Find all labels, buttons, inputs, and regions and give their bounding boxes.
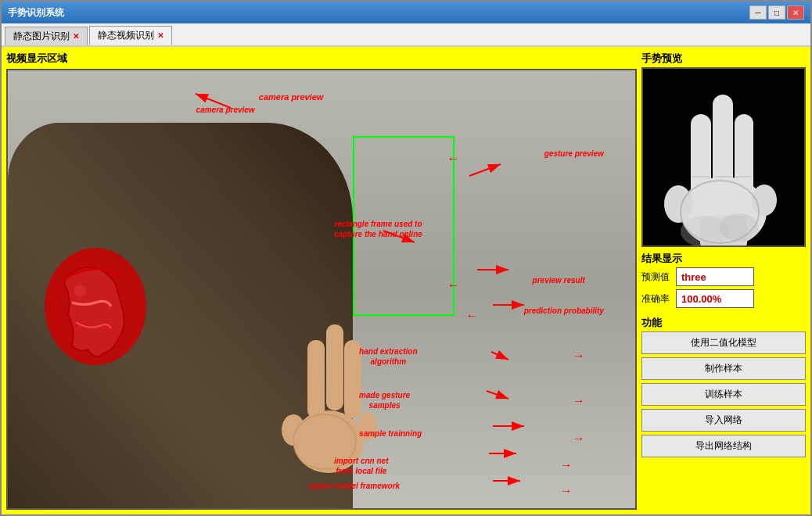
tab-video-close[interactable]: ✕ bbox=[157, 31, 163, 40]
result-section-title: 结果显示 bbox=[641, 252, 806, 266]
svg-rect-6 bbox=[344, 340, 361, 418]
red-face-overlay bbox=[33, 236, 158, 377]
predict-row: 预测值 three bbox=[641, 267, 806, 286]
svg-point-7 bbox=[358, 412, 377, 440]
predict-value: three bbox=[676, 267, 754, 286]
svg-point-33 bbox=[720, 213, 759, 242]
btn-export[interactable]: 导出网络结构 bbox=[641, 435, 806, 457]
btn-train[interactable]: 训练样本 bbox=[641, 383, 806, 406]
tab-video-label: 静态视频识别 bbox=[98, 29, 154, 42]
svg-rect-23 bbox=[691, 114, 711, 200]
main-content: 视频显示区域 bbox=[2, 47, 810, 514]
btn-sample[interactable]: 制作样本 bbox=[641, 357, 806, 380]
gesture-preview-box bbox=[641, 67, 806, 247]
capture-frame bbox=[353, 136, 455, 316]
gesture-preview-section: 手势预览 bbox=[641, 52, 806, 247]
title-bar: 手势识别系统 ─ □ ✕ bbox=[2, 2, 810, 23]
window-controls: ─ □ ✕ bbox=[749, 5, 804, 20]
svg-point-26 bbox=[664, 185, 692, 223]
result-section: 结果显示 预测值 three 准确率 100.00% bbox=[641, 252, 806, 311]
window-title: 手势识别系统 bbox=[8, 6, 64, 20]
accuracy-label: 准确率 bbox=[641, 292, 673, 306]
restore-button[interactable]: □ bbox=[768, 5, 785, 20]
video-container: camera preview bbox=[6, 69, 637, 510]
main-window: 手势识别系统 ─ □ ✕ 静态图片识别 ✕ 静态视频识别 ✕ 视频显示区域 bbox=[0, 0, 812, 516]
btn-binarize[interactable]: 使用二值化模型 bbox=[641, 331, 806, 354]
func-section: 功能 使用二值化模型 制作样本 训练样本 导入网络 导出网络结构 bbox=[641, 316, 806, 460]
tab-image-recognition[interactable]: 静态图片识别 ✕ bbox=[5, 27, 88, 45]
accuracy-row: 准确率 100.00% bbox=[641, 289, 806, 308]
tab-bar: 静态图片识别 ✕ 静态视频识别 ✕ bbox=[2, 23, 810, 47]
video-area-label: 视频显示区域 bbox=[6, 52, 637, 66]
tab-video-recognition[interactable]: 静态视频识别 ✕ bbox=[89, 26, 172, 45]
gesture-preview-title: 手势预览 bbox=[641, 52, 806, 66]
tab-image-close[interactable]: ✕ bbox=[73, 32, 79, 41]
svg-rect-5 bbox=[326, 324, 343, 410]
svg-rect-4 bbox=[307, 340, 325, 418]
tab-image-label: 静态图片识别 bbox=[13, 30, 70, 43]
accuracy-value: 100.00% bbox=[676, 289, 754, 308]
gesture-hand-image bbox=[645, 67, 802, 247]
minimize-button[interactable]: ─ bbox=[749, 5, 767, 20]
btn-import[interactable]: 导入网络 bbox=[641, 409, 806, 432]
close-button[interactable]: ✕ bbox=[787, 5, 804, 20]
right-panel: 手势预览 bbox=[641, 52, 806, 510]
left-panel: 视频显示区域 bbox=[6, 52, 637, 510]
predict-label: 预测值 bbox=[641, 271, 673, 284]
hand-three-fingers bbox=[278, 309, 379, 473]
svg-point-2 bbox=[293, 410, 364, 473]
func-section-title: 功能 bbox=[641, 316, 806, 330]
